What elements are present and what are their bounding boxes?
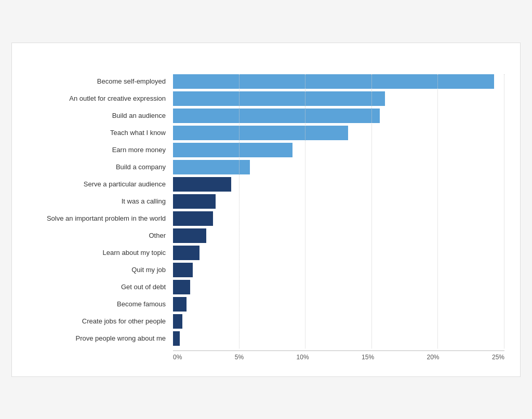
x-axis-label: 10%	[297, 354, 309, 361]
bar-fill	[173, 177, 231, 192]
bar-track	[173, 177, 504, 192]
bar-fill	[173, 246, 200, 260]
bar-row: Build an audience	[22, 109, 504, 123]
bar-label: Solve an important problem in the world	[22, 214, 173, 222]
bar-fill	[173, 194, 216, 209]
x-axis-label: 5%	[235, 354, 244, 361]
bar-row: Prove people wrong about me	[22, 331, 504, 346]
bar-row: Earn more money	[22, 143, 504, 157]
bar-row: Become famous	[22, 297, 504, 312]
bar-label: Build a company	[22, 163, 173, 171]
bar-label: Become famous	[22, 300, 173, 308]
bar-fill	[173, 297, 187, 312]
bar-track	[173, 74, 504, 89]
bar-row: Other	[22, 228, 504, 243]
bar-track	[173, 160, 504, 174]
bar-label: It was a calling	[22, 197, 173, 205]
bar-row: Create jobs for other people	[22, 314, 504, 329]
bar-label: Earn more money	[22, 146, 173, 154]
bar-fill	[173, 280, 190, 294]
bar-track	[173, 314, 504, 329]
chart-container: Become self-employedAn outlet for creati…	[11, 43, 521, 377]
bar-label: Learn about my topic	[22, 249, 173, 256]
bar-row: Serve a particular audience	[22, 177, 504, 192]
bar-row: An outlet for creative expression	[22, 91, 504, 106]
bar-fill	[173, 211, 213, 226]
bar-fill	[173, 109, 380, 123]
bar-track	[173, 143, 504, 157]
bar-label: An outlet for creative expression	[22, 94, 173, 102]
bar-track	[173, 331, 504, 346]
bar-fill	[173, 331, 180, 346]
bar-fill	[173, 160, 250, 174]
bar-track	[173, 109, 504, 123]
bar-label: Teach what I know	[22, 129, 173, 137]
bar-label: Prove people wrong about me	[22, 334, 173, 342]
bar-label: Other	[22, 232, 173, 239]
bar-row: Become self-employed	[22, 74, 504, 89]
x-axis-label: 20%	[427, 354, 440, 361]
bar-track	[173, 91, 504, 106]
x-axis-area: 0%5%10%15%20%25%	[22, 350, 504, 361]
bar-track	[173, 263, 504, 277]
bar-row: Build a company	[22, 160, 504, 174]
bar-row: Quit my job	[22, 263, 504, 277]
chart-area: Become self-employedAn outlet for creati…	[22, 74, 504, 361]
bar-fill	[173, 126, 348, 140]
bar-label: Serve a particular audience	[22, 180, 173, 188]
bar-track	[173, 211, 504, 226]
bar-label: Become self-employed	[22, 77, 173, 85]
bar-fill	[173, 143, 292, 157]
x-axis-label: 0%	[173, 354, 182, 361]
bar-track	[173, 194, 504, 209]
bar-label: Create jobs for other people	[22, 317, 173, 325]
bar-fill	[173, 228, 206, 243]
bar-track	[173, 228, 504, 243]
bar-label: Get out of debt	[22, 283, 173, 291]
bar-fill	[173, 263, 193, 277]
bar-track	[173, 246, 504, 260]
bar-fill	[173, 91, 385, 106]
bar-row: Get out of debt	[22, 280, 504, 294]
bar-row: It was a calling	[22, 194, 504, 209]
bar-fill	[173, 74, 494, 89]
bar-track	[173, 126, 504, 140]
bar-label: Quit my job	[22, 266, 173, 274]
bar-row: Teach what I know	[22, 126, 504, 140]
bar-label: Build an audience	[22, 112, 173, 119]
bar-track	[173, 280, 504, 294]
bar-row: Learn about my topic	[22, 246, 504, 260]
x-axis-label: 25%	[492, 354, 504, 361]
bar-fill	[173, 314, 182, 329]
x-axis-labels: 0%5%10%15%20%25%	[173, 350, 504, 361]
bar-row: Solve an important problem in the world	[22, 211, 504, 226]
x-axis-label: 15%	[362, 354, 374, 361]
bar-track	[173, 297, 504, 312]
